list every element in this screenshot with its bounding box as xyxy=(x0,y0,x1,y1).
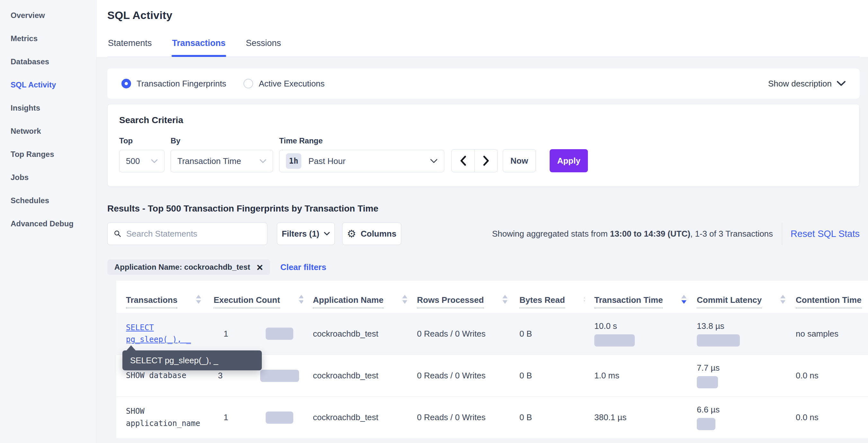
by-group: By Transaction Time xyxy=(170,136,279,172)
contention-time-value: 0.0 ns xyxy=(796,371,818,381)
column-header-execution-count[interactable]: Execution Count xyxy=(204,280,303,313)
cell-rows-processed-value: 0 Reads / 0 Writes xyxy=(417,412,486,422)
app-window: OverviewMetricsDatabasesSQL ActivityInsi… xyxy=(0,0,868,443)
contention-time-value: no samples xyxy=(796,329,838,339)
search-icon xyxy=(114,230,121,238)
chevron-down-icon xyxy=(837,81,845,86)
column-header-contention-time[interactable]: Contention Time xyxy=(786,280,868,313)
time-range-label: Time Range xyxy=(279,136,444,145)
filter-chip: Application Name: cockroachdb_test × xyxy=(107,260,270,275)
apply-button[interactable]: Apply xyxy=(550,149,588,172)
column-header-label: Transactions xyxy=(126,295,177,308)
sidebar-item-network[interactable]: Network xyxy=(0,120,96,143)
column-header-transactions[interactable]: Transactions xyxy=(116,280,204,313)
sort-asc-icon xyxy=(502,295,507,298)
sidebar-item-top-ranges[interactable]: Top Ranges xyxy=(0,143,96,166)
remove-filter-icon[interactable]: × xyxy=(257,262,263,273)
sort-icon[interactable] xyxy=(681,295,686,304)
cell-execution-count: 1 xyxy=(204,397,303,438)
top-select-value: 500 xyxy=(126,156,140,166)
sort-desc-icon xyxy=(502,300,507,304)
top-select[interactable]: 500 xyxy=(119,150,164,172)
column-header-bytes-read[interactable]: Bytes Read xyxy=(510,280,585,313)
top-group: Top 500 xyxy=(119,136,170,172)
sort-asc-icon xyxy=(299,295,303,298)
chevron-down-icon xyxy=(259,159,266,163)
column-header-application-name[interactable]: Application Name xyxy=(303,280,407,313)
search-criteria-heading: Search Criteria xyxy=(119,115,848,125)
columns-label: Columns xyxy=(361,229,396,239)
sort-asc-icon xyxy=(402,295,407,298)
cell-application-name: cockroachdb_test xyxy=(303,355,407,396)
search-input[interactable] xyxy=(126,229,260,239)
by-label: By xyxy=(170,136,279,145)
radio-transaction-fingerprints[interactable]: Transaction Fingerprints xyxy=(121,79,226,89)
chevron-left-icon xyxy=(460,156,466,166)
sort-asc-icon xyxy=(681,295,686,298)
time-range-stepper xyxy=(451,149,498,172)
commit-latency-value: 6.6 µs xyxy=(697,405,720,415)
sidebar-item-overview[interactable]: Overview xyxy=(0,4,96,27)
transaction-link[interactable]: SELECT pg_sleep(_), _ xyxy=(126,322,204,346)
radio-label: Transaction Fingerprints xyxy=(136,79,226,89)
cell-transaction-time: 1.0 ms xyxy=(585,355,687,396)
gear-icon: ⚙ xyxy=(347,229,356,239)
page-header: SQL Activity StatementsTransactionsSessi… xyxy=(96,0,868,57)
sidebar-item-insights[interactable]: Insights xyxy=(0,96,96,120)
radio-active-executions[interactable]: Active Executions xyxy=(244,79,324,89)
view-mode-radios: Transaction FingerprintsActive Execution… xyxy=(121,79,342,89)
content-area: Transaction FingerprintsActive Execution… xyxy=(96,57,868,443)
commit-latency-value: 13.8 µs xyxy=(697,321,724,331)
cell-application-name: cockroachdb_test xyxy=(303,313,407,355)
column-header-rows-processed[interactable]: Rows Processed xyxy=(407,280,510,313)
sort-icon[interactable] xyxy=(196,295,201,304)
transaction-time-value: 380.1 µs xyxy=(594,412,626,422)
cell-contention-time: 0.0 ns xyxy=(786,397,868,438)
value-bar xyxy=(697,418,715,430)
tab-sessions[interactable]: Sessions xyxy=(245,34,282,57)
table-row: SHOW application_name1cockroachdb_test0 … xyxy=(116,396,868,438)
tab-statements[interactable]: Statements xyxy=(107,34,153,57)
transaction-text: SHOW database xyxy=(126,370,186,382)
column-header-transaction-time[interactable]: Transaction Time xyxy=(585,280,687,313)
by-select[interactable]: Transaction Time xyxy=(170,150,273,172)
sidebar-item-metrics[interactable]: Metrics xyxy=(0,27,96,50)
cell-rows-processed: 0 Reads / 0 Writes xyxy=(407,355,510,396)
column-header-label: Transaction Time xyxy=(594,295,663,308)
sidebar-item-advanced-debug[interactable]: Advanced Debug xyxy=(0,212,96,235)
columns-button[interactable]: ⚙ Columns xyxy=(342,223,401,245)
sort-icon[interactable] xyxy=(299,295,303,304)
time-range-select[interactable]: 1h Past Hour xyxy=(279,150,444,172)
filters-button[interactable]: Filters (1) xyxy=(277,223,335,245)
sidebar-item-databases[interactable]: Databases xyxy=(0,50,96,73)
sort-asc-icon xyxy=(780,295,785,298)
now-button[interactable]: Now xyxy=(503,149,536,172)
sort-desc-icon xyxy=(196,300,201,304)
sort-desc-icon xyxy=(780,300,785,304)
value-bar xyxy=(697,334,740,347)
by-select-value: Transaction Time xyxy=(177,156,241,166)
time-range-value: Past Hour xyxy=(308,156,346,166)
table-row: SELECT pg_sleep(_), _1cockroachdb_test0 … xyxy=(116,313,868,355)
cell-application-name-value: cockroachdb_test xyxy=(313,412,378,422)
tab-transactions[interactable]: Transactions xyxy=(172,34,226,57)
sort-desc-icon xyxy=(402,300,407,304)
table-body: SELECT pg_sleep(_), _1cockroachdb_test0 … xyxy=(116,313,868,438)
reset-sql-stats-link[interactable]: Reset SQL Stats xyxy=(790,229,860,239)
show-description-toggle[interactable]: Show description xyxy=(768,79,845,89)
transaction-tooltip: SELECT pg_sleep(_), _ xyxy=(122,350,262,370)
sidebar-item-sql-activity[interactable]: SQL Activity xyxy=(0,73,96,96)
sort-icon[interactable] xyxy=(502,295,507,304)
view-mode-bar: Transaction FingerprintsActive Execution… xyxy=(107,68,860,99)
sort-icon[interactable] xyxy=(402,295,407,304)
column-header-commit-latency[interactable]: Commit Latency xyxy=(687,280,786,313)
main-area: SQL Activity StatementsTransactionsSessi… xyxy=(96,0,868,443)
next-range-button[interactable] xyxy=(474,149,497,172)
clear-filters-link[interactable]: Clear filters xyxy=(280,262,327,272)
sidebar-item-schedules[interactable]: Schedules xyxy=(0,189,96,212)
previous-range-button[interactable] xyxy=(452,149,474,172)
transaction-text: SHOW application_name xyxy=(126,405,204,429)
sort-icon[interactable] xyxy=(780,295,785,304)
search-criteria-card: Search Criteria Top 500 By Transaction T… xyxy=(107,104,860,187)
sidebar-item-jobs[interactable]: Jobs xyxy=(0,166,96,189)
